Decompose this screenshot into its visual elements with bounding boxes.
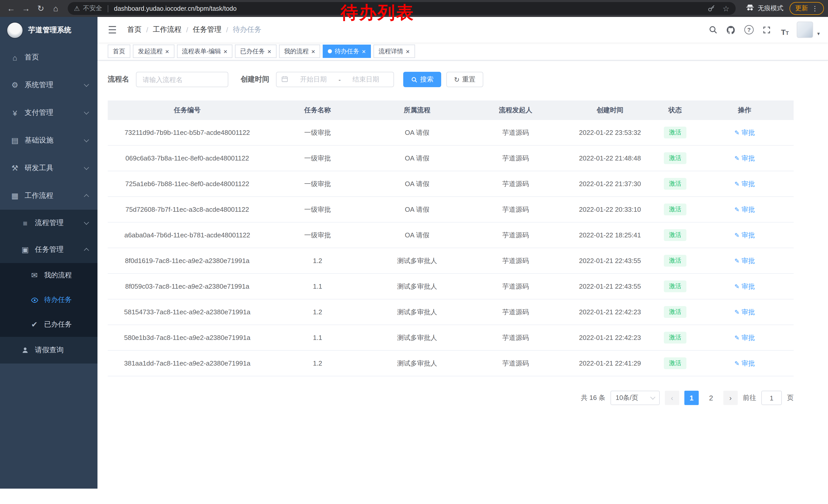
search-icon[interactable] — [707, 24, 719, 36]
reload-button[interactable]: ↻ — [34, 2, 48, 15]
process-name-label: 流程名 — [108, 75, 129, 84]
back-button[interactable]: ← — [4, 2, 18, 15]
close-icon[interactable]: × — [362, 48, 366, 55]
sidebar-item-leave-query[interactable]: 请假查询 — [0, 337, 97, 364]
filter-bar: 流程名 创建时间 开始日期 - 结束日期 搜索 — [108, 72, 818, 87]
approve-link[interactable]: ✎审批 — [734, 153, 755, 163]
sidebar-item-devtools[interactable]: ⚒ 研发工具 — [0, 154, 97, 182]
breadcrumb-home[interactable]: 首页 — [127, 25, 141, 34]
github-icon[interactable] — [725, 24, 737, 36]
page-button-1[interactable]: 1 — [685, 391, 699, 405]
font-size-icon[interactable]: TT — [779, 24, 791, 36]
avatar-caret-icon: ▾ — [817, 31, 820, 38]
sidebar-item-workflow[interactable]: ▦ 工作流程 — [0, 182, 97, 210]
sidebar-toggle-icon[interactable] — [106, 23, 119, 36]
tab-my-processes[interactable]: 我的流程 × — [279, 45, 320, 58]
breadcrumb-separator: / — [186, 26, 188, 34]
approve-link[interactable]: ✎审批 — [734, 256, 755, 265]
next-page-button[interactable]: › — [723, 391, 738, 405]
approve-link[interactable]: ✎审批 — [734, 333, 755, 342]
close-icon[interactable]: × — [312, 48, 315, 55]
sidebar-item-payment[interactable]: ¥ 支付管理 — [0, 99, 97, 127]
page-size-select[interactable]: 10条/页 — [611, 391, 660, 405]
approve-link[interactable]: ✎审批 — [734, 359, 755, 368]
reset-button-label: 重置 — [462, 75, 475, 84]
tab-done-tasks[interactable]: 已办任务 × — [235, 45, 276, 58]
sidebar-item-my-processes[interactable]: ✉ 我的流程 — [0, 263, 97, 288]
search-button[interactable]: 搜索 — [403, 72, 441, 87]
end-date-placeholder: 结束日期 — [343, 75, 389, 84]
breadcrumb-task-management[interactable]: 任务管理 — [193, 25, 222, 34]
sidebar-item-task-management[interactable]: ▣ 任务管理 — [0, 236, 97, 263]
next-icon: › — [729, 394, 732, 402]
tags-view-bar: 首页 发起流程 × 流程表单-编辑 × 已办任务 × 我的流程 × — [97, 43, 828, 60]
goto-page-input[interactable] — [761, 391, 782, 405]
cell-created: 2022-01-22 18:25:41 — [565, 222, 655, 248]
home-button[interactable]: ⌂ — [49, 2, 63, 15]
user-avatar[interactable] — [797, 21, 813, 38]
close-icon[interactable]: × — [406, 48, 410, 55]
approve-label: 审批 — [742, 153, 755, 163]
create-time-label: 创建时间 — [241, 75, 269, 84]
approve-link[interactable]: ✎审批 — [734, 230, 755, 240]
app-logo-row[interactable]: 芋道管理系统 — [0, 17, 97, 44]
cell-task-id: 73211d9d-7b9b-11ec-b5b7-acde48001122 — [108, 120, 267, 145]
sidebar-item-label: 工作流程 — [25, 191, 53, 200]
approve-link[interactable]: ✎审批 — [734, 179, 755, 188]
sidebar-item-label: 支付管理 — [25, 108, 53, 118]
tools-icon: ⚒ — [10, 164, 19, 173]
range-separator: - — [339, 76, 341, 83]
sidebar-item-process-management[interactable]: ≡ 流程管理 — [0, 210, 97, 236]
process-name-input[interactable] — [136, 72, 228, 87]
sidebar-item-label: 首页 — [25, 53, 39, 62]
cell-task-name: 一级审批 — [267, 222, 368, 248]
cell-status: 激活 — [655, 222, 696, 248]
bookmark-star-icon[interactable]: ☆ — [722, 4, 730, 13]
chevron-down-icon — [84, 109, 89, 114]
tab-start-process[interactable]: 发起流程 × — [133, 45, 174, 58]
table-header-row: 任务编号 任务名称 所属流程 流程发起人 创建时间 状态 操作 — [108, 100, 794, 120]
edit-icon: ✎ — [734, 360, 740, 367]
help-icon[interactable]: ? — [743, 24, 755, 36]
tab-process-form-edit[interactable]: 流程表单-编辑 × — [177, 45, 233, 58]
sidebar-item-system[interactable]: ⚙ 系统管理 — [0, 71, 97, 99]
tab-process-detail[interactable]: 流程详情 × — [373, 45, 415, 58]
approve-link[interactable]: ✎审批 — [734, 307, 755, 317]
cell-created: 2022-01-21 22:42:23 — [565, 325, 655, 351]
reset-button[interactable]: ↻ 重置 — [446, 72, 483, 87]
approve-link[interactable]: ✎审批 — [734, 205, 755, 214]
prev-icon: ‹ — [671, 394, 673, 402]
key-icon[interactable] — [705, 2, 717, 15]
update-button[interactable]: 更新 ⋮ — [790, 2, 824, 15]
cell-actions: ✎审批 — [696, 120, 794, 145]
close-icon[interactable]: × — [165, 48, 169, 55]
prev-page-button[interactable]: ‹ — [665, 391, 679, 405]
date-range-picker[interactable]: 开始日期 - 结束日期 — [276, 72, 394, 87]
approve-link[interactable]: ✎审批 — [734, 282, 755, 291]
approve-label: 审批 — [742, 256, 755, 265]
tab-home[interactable]: 首页 — [108, 45, 130, 58]
close-icon[interactable]: × — [223, 48, 227, 55]
browser-menu-icon[interactable]: ⋮ — [812, 5, 818, 12]
sidebar-item-label: 研发工具 — [25, 164, 53, 173]
cell-created: 2022-01-21 22:43:55 — [565, 274, 655, 299]
sidebar-item-done-tasks[interactable]: ✔ 已办任务 — [0, 312, 97, 337]
eye-icon — [30, 296, 39, 304]
tab-label: 待办任务 — [335, 47, 359, 56]
approve-link[interactable]: ✎审批 — [734, 128, 755, 137]
page-button-2[interactable]: 2 — [704, 391, 718, 405]
sidebar-item-home[interactable]: ⌂ 首页 — [0, 44, 97, 71]
sidebar-item-infrastructure[interactable]: ▤ 基础设施 — [0, 127, 97, 154]
breadcrumb-workflow[interactable]: 工作流程 — [153, 25, 181, 34]
address-bar[interactable]: ⚠ 不安全 dashboard.yudao.iocoder.cn/bpm/tas… — [68, 2, 736, 15]
close-icon[interactable]: × — [267, 48, 271, 55]
cell-task-id: 580e1b3d-7ac8-11ec-a9e2-a2380e71991a — [108, 325, 267, 351]
forward-button[interactable]: → — [19, 2, 33, 15]
sidebar-item-todo-tasks[interactable]: 待办任务 — [0, 288, 97, 312]
fullscreen-icon[interactable] — [761, 24, 773, 36]
tab-todo-tasks[interactable]: 待办任务 × — [323, 45, 371, 58]
status-badge: 激活 — [664, 178, 687, 190]
sidebar-item-label: 请假查询 — [35, 346, 64, 355]
cell-task-name: 一级审批 — [267, 145, 368, 171]
sidebar-item-label: 任务管理 — [35, 245, 64, 254]
